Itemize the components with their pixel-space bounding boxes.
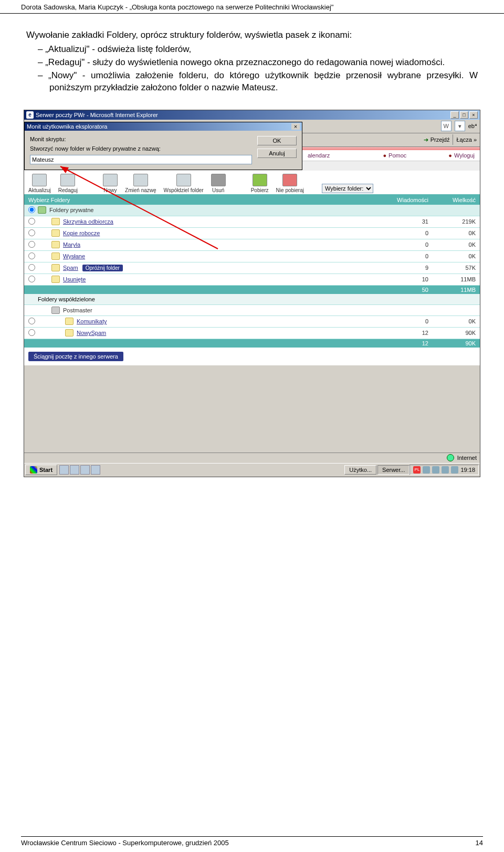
windows-flag-icon — [30, 466, 37, 474]
body-text: Wywołanie zakładki Foldery, oprócz struk… — [0, 14, 504, 100]
links-label[interactable]: Łącza » — [456, 136, 477, 143]
dialog-close-button[interactable]: × — [291, 123, 300, 130]
action-zmien-nazwe[interactable]: Zmień nazwę — [125, 174, 156, 193]
security-zone: Internet — [457, 455, 477, 461]
tray-lang[interactable]: PL — [413, 466, 421, 474]
fetch-external-mail-button[interactable]: Ściągnij pocztę z innego serwera — [28, 352, 123, 361]
minimize-button[interactable]: _ — [450, 111, 459, 119]
toolbar-icon[interactable]: eb⁴ — [468, 123, 477, 130]
folder-icon — [51, 241, 60, 248]
status-left — [27, 455, 29, 461]
ie-statusbar: Internet — [24, 453, 480, 463]
folder-radio[interactable] — [28, 206, 35, 213]
maximize-button[interactable]: □ — [460, 111, 468, 119]
ie-window: e Serwer poczty PWr - Microsoft Internet… — [24, 110, 480, 477]
ql-icon[interactable] — [59, 465, 69, 475]
folder-select-wrap: Wybierz folder: — [322, 184, 373, 193]
folder-icon — [51, 218, 60, 225]
folder-radio[interactable] — [28, 276, 35, 282]
action-wspoldziel[interactable]: Współdziel folder — [164, 174, 204, 193]
new-folder-dialog: Monit użytkownika eksploratora × Monit s… — [24, 122, 302, 170]
folder-header: Wybierz Foldery Wiadomości Wielkość — [24, 195, 480, 205]
go-label[interactable]: Przejdź — [430, 136, 450, 143]
folder-icon — [51, 276, 60, 283]
taskbar-tasks: Użytko... Serwer... — [344, 465, 410, 475]
dialog-label2: Stworzyć nowy folder w Foldery prywatne … — [30, 145, 252, 152]
windows-taskbar: Start Użytko... Serwer... PL 19:18 — [24, 463, 480, 477]
bullet-item: „Nowy" - umożliwia założenie folderu, do… — [38, 70, 478, 94]
tab-kalendarz[interactable]: alendarz — [308, 152, 330, 159]
ql-icon[interactable] — [80, 465, 90, 475]
folder-name[interactable]: Skrzynka odbiorcza — [63, 218, 381, 225]
close-button[interactable]: × — [469, 111, 478, 119]
toolbar-icon[interactable]: W — [441, 121, 452, 131]
shared-folders-title: Foldery współdzielone — [24, 294, 480, 305]
action-aktualizuj[interactable]: Aktualizuj — [28, 174, 51, 193]
page-footer: Wrocławskie Centrum Sieciowo - Superkomp… — [21, 836, 483, 847]
folder-name-input[interactable] — [30, 155, 252, 164]
action-nowy[interactable]: Nowy — [103, 174, 118, 193]
quick-launch — [59, 465, 100, 475]
folder-row: Maryla 0 0K — [24, 239, 480, 251]
folder-name[interactable]: Wysłane — [63, 253, 381, 259]
folder-icon — [38, 206, 46, 214]
col-msgs: Wiadomości — [381, 197, 428, 203]
intro-paragraph: Wywołanie zakładki Foldery, oprócz struk… — [26, 29, 478, 41]
taskbar-task-active[interactable]: Serwer... — [377, 465, 410, 475]
tray-icon[interactable] — [451, 466, 458, 474]
action-redaguj[interactable]: Redaguj — [58, 174, 78, 193]
bullet-list: „Aktualizuj" - odświeża listę folderów, … — [38, 44, 478, 94]
folder-name[interactable]: Spam — [63, 265, 78, 271]
taskbar-task[interactable]: Użytko... — [344, 465, 376, 475]
page-number: 14 — [476, 839, 483, 847]
window-titlebar: e Serwer poczty PWr - Microsoft Internet… — [24, 110, 480, 120]
folder-name[interactable]: Kopie robocze — [63, 230, 381, 236]
folder-radio[interactable] — [28, 264, 35, 271]
tab-wyloguj[interactable]: ●Wyloguj — [448, 152, 475, 159]
folder-radio[interactable] — [28, 318, 35, 324]
system-tray: PL 19:18 — [410, 465, 479, 475]
tray-icon[interactable] — [423, 466, 430, 474]
action-niepobieraj[interactable]: Nie pobieraj — [276, 174, 304, 193]
folder-name[interactable]: NowySpam — [77, 330, 381, 336]
cancel-button[interactable]: Anuluj — [257, 149, 297, 158]
ql-icon[interactable] — [91, 465, 100, 475]
folder-radio[interactable] — [28, 241, 35, 248]
folder-radio[interactable] — [28, 329, 35, 336]
folder-icon — [65, 329, 74, 336]
screenshot: e Serwer poczty PWr - Microsoft Internet… — [24, 110, 480, 477]
bullet-item: „Redaguj" - służy do wyświetlenia nowego… — [38, 57, 478, 69]
action-pobierz[interactable]: Pobierz — [251, 174, 269, 193]
globe-icon — [447, 454, 454, 461]
folder-sum-row: 50 11MB — [24, 286, 480, 294]
folder-radio[interactable] — [28, 229, 35, 236]
tray-icon[interactable] — [442, 466, 449, 474]
folder-row: Kopie robocze 0 0K — [24, 228, 480, 239]
folder-name[interactable]: Foldery prywatne — [49, 207, 381, 213]
folder-select[interactable]: Wybierz folder: — [322, 184, 373, 193]
empty-folder-button[interactable]: Opróżnij folder — [82, 265, 123, 271]
folder-row: Usunięte 10 11MB — [24, 274, 480, 286]
bullet-item: „Aktualizuj" - odświeża listę folderów, — [38, 44, 478, 56]
toolbar-icon[interactable]: ▾ — [455, 121, 465, 131]
action-toolbar: Aktualizuj Redaguj Nowy Zmień nazwę Wspó… — [24, 171, 480, 195]
go-icon[interactable]: ➔ — [424, 136, 428, 143]
folder-row-root: Foldery prywatne — [24, 205, 480, 216]
folder-row: Skrzynka odbiorcza 31 219K — [24, 216, 480, 228]
ie-icon: e — [26, 111, 34, 119]
ok-button[interactable]: OK — [257, 136, 297, 145]
folder-row: NowySpam 12 90K — [24, 328, 480, 339]
tray-icon[interactable] — [432, 466, 439, 474]
start-button[interactable]: Start — [25, 465, 57, 475]
folder-name[interactable]: Usunięte — [63, 276, 381, 282]
col-folders: Wybierz Foldery — [28, 197, 381, 203]
folder-row: Komunikaty 0 0K — [24, 316, 480, 328]
tab-pomoc[interactable]: ●Pomoc — [383, 152, 406, 159]
action-usun[interactable]: Usuń — [211, 174, 226, 193]
folder-row-postmaster: Postmaster — [24, 305, 480, 316]
folder-radio[interactable] — [28, 253, 35, 259]
folder-name[interactable]: Komunikaty — [77, 318, 381, 324]
folder-name[interactable]: Maryla — [63, 241, 381, 248]
folder-radio[interactable] — [28, 218, 35, 225]
ql-icon[interactable] — [70, 465, 79, 475]
